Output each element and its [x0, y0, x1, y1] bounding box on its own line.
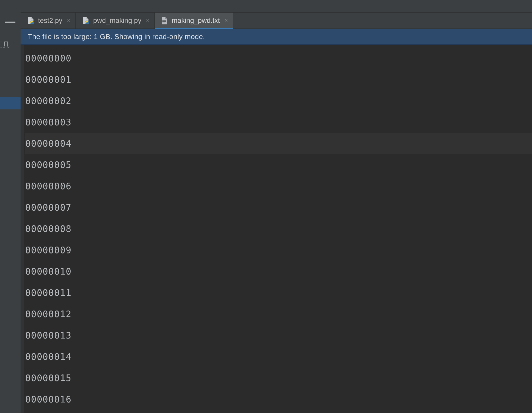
- editor-line[interactable]: 00000007: [25, 197, 532, 218]
- close-icon[interactable]: ×: [224, 18, 228, 23]
- editor-line[interactable]: 00000009: [25, 240, 532, 261]
- editor-tab-strip: test2.py×pwd_making.py×making_pwd.txt×: [21, 13, 532, 29]
- banner-message: The file is too large: 1 GB. Showing in …: [28, 33, 205, 41]
- tool-window-label-fragment: 码工具: [0, 40, 10, 50]
- large-file-banner: The file is too large: 1 GB. Showing in …: [21, 29, 532, 45]
- editor-line[interactable]: 00000000: [25, 48, 532, 69]
- python-file-icon: [82, 17, 89, 24]
- editor-line[interactable]: 00000008: [25, 218, 532, 240]
- editor-line[interactable]: 00000013: [25, 325, 532, 346]
- close-icon[interactable]: ×: [146, 18, 149, 23]
- app-root: 码工具 test2.py×pwd_making.py×making_pwd.tx…: [0, 0, 532, 413]
- svg-rect-2: [162, 20, 166, 21]
- editor-pane[interactable]: 0000000000000001000000020000000300000004…: [21, 45, 532, 413]
- editor-line[interactable]: 00000012: [25, 304, 532, 325]
- toolbar-gap: [21, 0, 532, 13]
- tool-window-selected-row[interactable]: [0, 97, 21, 109]
- text-file-icon: [161, 16, 168, 25]
- svg-rect-3: [162, 21, 166, 22]
- main-area: test2.py×pwd_making.py×making_pwd.txt× T…: [21, 0, 532, 413]
- editor-lines: 0000000000000001000000020000000300000004…: [25, 48, 532, 413]
- editor-line[interactable]: 00000011: [25, 282, 532, 304]
- tab-label: pwd_making.py: [93, 17, 141, 25]
- editor-line[interactable]: 00000005: [25, 154, 532, 176]
- tab-making_pwd-txt[interactable]: making_pwd.txt×: [155, 13, 233, 29]
- svg-rect-4: [162, 23, 165, 23]
- editor-line[interactable]: 00000010: [25, 261, 532, 282]
- python-file-icon: [27, 17, 34, 24]
- close-icon[interactable]: ×: [67, 18, 70, 23]
- tab-label: test2.py: [38, 17, 62, 25]
- tab-label: making_pwd.txt: [172, 17, 220, 25]
- gutter-edge: [21, 45, 24, 413]
- editor-line[interactable]: 00000004: [25, 133, 532, 154]
- tab-test2-py[interactable]: test2.py×: [21, 13, 76, 29]
- editor-line[interactable]: 00000014: [25, 346, 532, 368]
- editor-line[interactable]: 00000015: [25, 368, 532, 389]
- tab-pwd_making-py[interactable]: pwd_making.py×: [76, 13, 154, 29]
- editor-line[interactable]: 00000006: [25, 176, 532, 197]
- editor-line[interactable]: 00000001: [25, 69, 532, 90]
- editor-line[interactable]: 00000002: [25, 90, 532, 112]
- collapse-icon[interactable]: [5, 22, 15, 23]
- tool-window-strip: 码工具: [0, 0, 21, 413]
- editor-line[interactable]: 00000003: [25, 112, 532, 133]
- editor-line[interactable]: 00000016: [25, 389, 532, 410]
